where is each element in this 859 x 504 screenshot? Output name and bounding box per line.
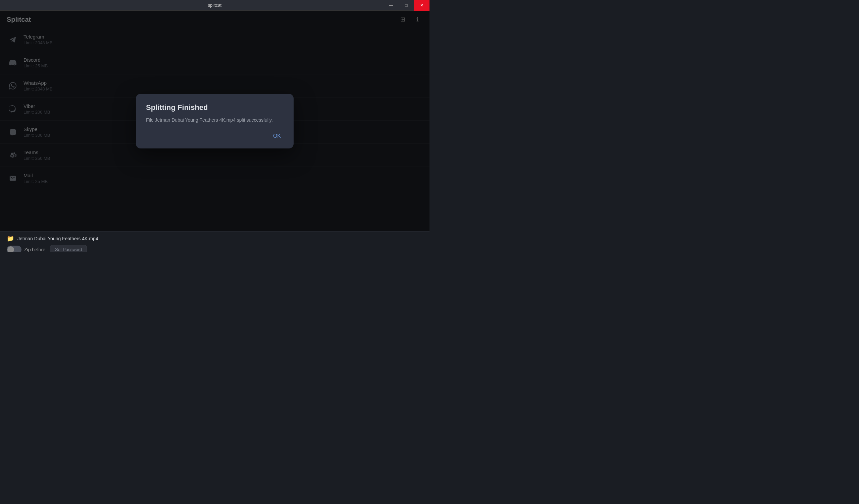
dialog-overlay: Splitting Finished File Jetman Dubai You…: [0, 11, 430, 231]
file-icon: 📁: [7, 235, 14, 242]
minimize-button[interactable]: —: [383, 0, 398, 11]
dialog-actions: OK: [146, 132, 284, 140]
titlebar-controls: — □ ✕: [383, 0, 430, 11]
dialog-title: Splitting Finished: [146, 103, 284, 112]
zip-toggle-container: Zip before: [7, 246, 45, 252]
toggle-knob: [7, 246, 14, 252]
file-row: 📁 Jetman Dubai Young Feathers 4K.mp4: [7, 235, 423, 242]
bottom-section: 📁 Jetman Dubai Young Feathers 4K.mp4 Zip…: [0, 231, 430, 252]
set-password-button[interactable]: Set Password: [50, 245, 87, 252]
dialog-message: File Jetman Dubai Young Feathers 4K.mp4 …: [146, 116, 284, 124]
options-row: Zip before Set Password: [7, 245, 423, 252]
file-name: Jetman Dubai Young Feathers 4K.mp4: [17, 236, 98, 241]
titlebar-title: splitcat: [208, 3, 222, 8]
maximize-button[interactable]: □: [398, 0, 414, 11]
dialog: Splitting Finished File Jetman Dubai You…: [136, 94, 293, 148]
zip-toggle[interactable]: [7, 246, 21, 252]
titlebar: splitcat — □ ✕: [0, 0, 430, 11]
dialog-ok-button[interactable]: OK: [270, 132, 284, 140]
close-button[interactable]: ✕: [414, 0, 430, 11]
zip-label: Zip before: [24, 247, 45, 252]
